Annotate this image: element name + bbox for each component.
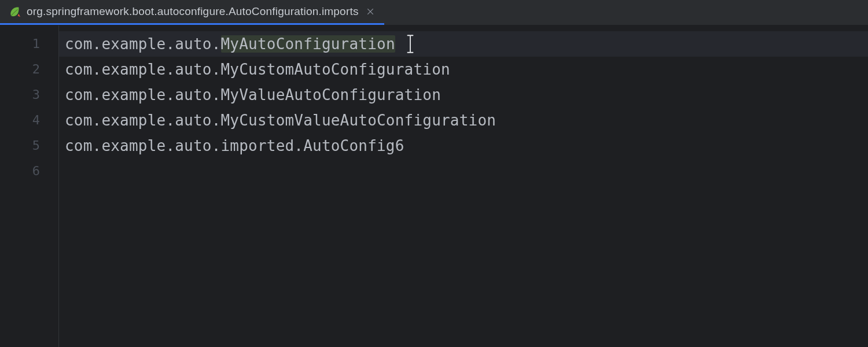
code-line[interactable]: com.example.auto.imported.AutoConfig6 [59, 133, 868, 158]
code-line[interactable] [59, 158, 868, 184]
editor: 1 2 3 4 5 6 com.example.auto.MyAutoConfi… [0, 25, 868, 347]
editor-tab[interactable]: org.springframework.boot.autoconfigure.A… [0, 0, 384, 25]
tab-label: org.springframework.boot.autoconfigure.A… [27, 5, 359, 18]
svg-marker-0 [18, 14, 21, 17]
close-icon[interactable] [365, 6, 376, 17]
line-number: 3 [0, 82, 58, 108]
line-number: 1 [0, 31, 58, 57]
line-number: 5 [0, 133, 58, 158]
line-number: 4 [0, 108, 58, 133]
code-line[interactable]: com.example.auto.MyAutoConfiguration [59, 31, 868, 57]
code-area[interactable]: com.example.auto.MyAutoConfiguration com… [59, 25, 868, 347]
code-line[interactable]: com.example.auto.MyCustomAutoConfigurati… [59, 57, 868, 82]
code-line[interactable]: com.example.auto.MyCustomValueAutoConfig… [59, 108, 868, 133]
tab-bar: org.springframework.boot.autoconfigure.A… [0, 0, 868, 25]
line-number: 6 [0, 158, 58, 184]
symbol-highlight: MyAutoConfiguration [221, 35, 395, 53]
line-number: 2 [0, 57, 58, 82]
code-line[interactable]: com.example.auto.MyValueAutoConfiguratio… [59, 82, 868, 108]
gutter: 1 2 3 4 5 6 [0, 25, 59, 347]
spring-leaf-icon [8, 5, 21, 18]
